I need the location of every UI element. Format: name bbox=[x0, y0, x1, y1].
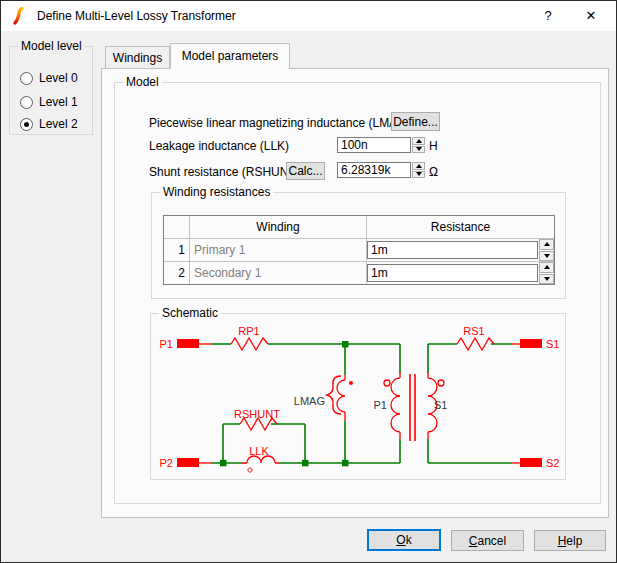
llk-label: LLK bbox=[249, 445, 269, 457]
resistance-spinner-1 bbox=[539, 239, 554, 261]
junction-node bbox=[342, 460, 349, 467]
winding-name-cell: Secondary 1 bbox=[190, 262, 367, 284]
model-level-group-label: Model level bbox=[18, 39, 85, 53]
app-icon bbox=[11, 7, 26, 25]
close-button[interactable]: ✕ bbox=[575, 1, 607, 31]
resistance-cell bbox=[367, 262, 554, 284]
rshunt-label: RSHUNT bbox=[234, 408, 280, 420]
llk-inductor bbox=[242, 456, 280, 463]
llk-label: Leakage inductance (LLK) bbox=[149, 139, 289, 153]
s1-terminal-label: S1 bbox=[546, 338, 559, 350]
secondary-winding-label: S1 bbox=[434, 399, 447, 411]
radio-circle-icon bbox=[20, 96, 33, 109]
terminals bbox=[177, 339, 542, 467]
rs1-resistor bbox=[457, 338, 494, 350]
down-arrow-icon bbox=[544, 254, 550, 258]
junction-node bbox=[342, 341, 349, 348]
calc-button[interactable]: Calc... bbox=[286, 162, 325, 180]
down-arrow-icon bbox=[416, 172, 422, 176]
primary-winding-label: P1 bbox=[374, 399, 387, 411]
tab-windings[interactable]: Windings bbox=[105, 46, 170, 68]
s2-terminal bbox=[520, 458, 542, 467]
resistance-spinner-2-down[interactable] bbox=[539, 274, 554, 285]
radio-label: Level 2 bbox=[39, 117, 78, 131]
secondary-bottom-wire bbox=[428, 439, 512, 463]
resistance-spinner-2-up[interactable] bbox=[539, 262, 554, 273]
radio-level-2[interactable]: Level 2 bbox=[20, 117, 78, 131]
window-title: Define Multi-Level Lossy Transformer bbox=[37, 1, 236, 31]
up-arrow-icon bbox=[544, 242, 550, 246]
core-icon bbox=[410, 374, 415, 441]
p2-terminal bbox=[177, 458, 199, 467]
schematic-canvas: P1 P2 S1 S2 RP1 RS1 RSHUNT LLK LMAG P1 S… bbox=[151, 314, 565, 479]
rshunt-spinner bbox=[412, 162, 425, 178]
tab-model-parameters[interactable]: Model parameters bbox=[170, 43, 290, 69]
resistance-spinner-1-up[interactable] bbox=[539, 239, 554, 250]
row-number-cell: 2 bbox=[164, 262, 190, 284]
up-arrow-icon bbox=[416, 164, 422, 168]
corner-header-cell bbox=[164, 216, 190, 239]
up-arrow-icon bbox=[416, 139, 422, 143]
row-number-cell: 1 bbox=[164, 239, 190, 262]
llk-spinner-up[interactable] bbox=[412, 137, 425, 145]
p2-terminal-label: P2 bbox=[160, 457, 173, 469]
radio-circle-icon bbox=[20, 118, 33, 131]
rshunt-unit-label: Ω bbox=[429, 165, 438, 179]
col-header-resistance: Resistance bbox=[367, 216, 554, 239]
down-arrow-icon bbox=[416, 147, 422, 151]
col-header-winding: Winding bbox=[190, 216, 367, 239]
p1-terminal bbox=[177, 339, 199, 348]
radio-label: Level 0 bbox=[39, 71, 78, 85]
cancel-button[interactable]: Cancel bbox=[451, 530, 524, 551]
winding-resistance-table: Winding Resistance 1 Primary 1 2 Seconda… bbox=[163, 215, 555, 285]
llk-phase-dot bbox=[248, 468, 253, 473]
model-level-group: Model level Level 0 Level 1 Level 2 bbox=[9, 46, 93, 135]
help-button-footer[interactable]: Help bbox=[534, 530, 606, 551]
radio-label: Level 1 bbox=[39, 95, 78, 109]
define-button[interactable]: Define... bbox=[391, 112, 440, 131]
ok-button[interactable]: Ok bbox=[367, 529, 441, 551]
llk-spinner bbox=[412, 137, 425, 153]
lmag-label: LMAG bbox=[294, 395, 325, 407]
rs1-label: RS1 bbox=[463, 325, 484, 337]
lmag-dot bbox=[349, 381, 353, 385]
resistance-spinner-2 bbox=[539, 262, 554, 284]
radio-circle-icon bbox=[20, 72, 33, 85]
rp1-resistor bbox=[231, 338, 268, 350]
winding-resistances-group-label: Winding resistances bbox=[160, 185, 273, 199]
title-bar: Define Multi-Level Lossy Transformer ? ✕ bbox=[1, 1, 616, 31]
down-arrow-icon bbox=[544, 277, 550, 281]
rp1-label: RP1 bbox=[238, 325, 259, 337]
resistance-input-1[interactable] bbox=[367, 241, 538, 259]
p1-terminal-label: P1 bbox=[160, 338, 173, 350]
secondary-phase-dot bbox=[438, 380, 444, 386]
llk-spinner-down[interactable] bbox=[412, 146, 425, 154]
resistance-spinner-1-down[interactable] bbox=[539, 251, 554, 262]
llk-unit-label: H bbox=[429, 139, 438, 153]
model-group-label: Model bbox=[123, 75, 162, 89]
dialog-window: Define Multi-Level Lossy Transformer ? ✕… bbox=[0, 0, 617, 563]
up-arrow-icon bbox=[544, 265, 550, 269]
rshunt-label: Shunt resistance (RSHUNT) bbox=[149, 165, 300, 179]
radio-level-1[interactable]: Level 1 bbox=[20, 95, 78, 109]
lmag-label: Piecewise linear magnetizing inductance … bbox=[149, 116, 410, 130]
rshunt-spinner-up[interactable] bbox=[412, 162, 425, 170]
rshunt-spinner-down[interactable] bbox=[412, 171, 425, 179]
s1-terminal bbox=[520, 339, 542, 348]
rshunt-input[interactable] bbox=[337, 162, 411, 178]
help-button[interactable]: ? bbox=[532, 1, 564, 31]
primary-phase-dot bbox=[384, 380, 390, 386]
components bbox=[199, 338, 520, 473]
junction-node bbox=[220, 460, 227, 467]
junction-node bbox=[302, 460, 309, 467]
resistance-input-2[interactable] bbox=[367, 264, 538, 282]
llk-input[interactable] bbox=[337, 137, 411, 153]
wire bbox=[268, 344, 400, 373]
winding-name-cell: Primary 1 bbox=[190, 239, 367, 262]
radio-level-0[interactable]: Level 0 bbox=[20, 71, 78, 85]
secondary-top-wire bbox=[428, 344, 512, 373]
primary-winding bbox=[391, 372, 400, 439]
junctions bbox=[220, 341, 349, 466]
s2-terminal-label: S2 bbox=[546, 457, 559, 469]
resistance-cell bbox=[367, 239, 554, 262]
